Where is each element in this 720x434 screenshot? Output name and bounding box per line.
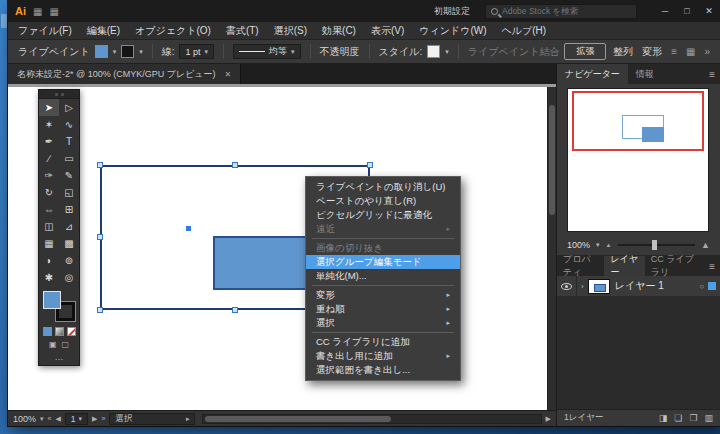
last-artboard-icon[interactable]: » xyxy=(101,415,105,422)
brush-definition-dropdown[interactable]: 均等 ▾ xyxy=(233,44,301,59)
expand-button[interactable]: 拡張 xyxy=(564,43,606,60)
lasso-tool[interactable]: ∿ xyxy=(59,116,79,133)
arrange-documents-icon[interactable]: ▦ xyxy=(33,6,42,17)
menu-effect[interactable]: 効果(C) xyxy=(322,24,356,38)
horizontal-scrollbar-thumb[interactable] xyxy=(205,416,390,422)
rectangle-tool[interactable]: ▭ xyxy=(59,150,79,167)
document-tab[interactable]: 名称未設定-2* @ 100% (CMYK/GPU プレビュー) ✕ xyxy=(8,64,241,84)
document-close-icon[interactable]: ✕ xyxy=(225,70,232,79)
tab-properties[interactable]: プロパティ xyxy=(557,256,604,276)
selection-tool[interactable]: ➤ xyxy=(39,99,59,116)
search-input[interactable] xyxy=(502,6,631,16)
selection-handle[interactable] xyxy=(232,162,238,168)
transform-button[interactable]: 変形 xyxy=(642,45,662,59)
navigator-zoom-slider[interactable] xyxy=(618,244,696,246)
graphic-style-swatch[interactable] xyxy=(427,45,440,58)
scroll-right-icon[interactable]: ▶ xyxy=(546,415,551,423)
visibility-cell[interactable] xyxy=(557,276,577,296)
new-sublayer-icon[interactable]: ❏ xyxy=(674,413,682,423)
direct-selection-tool[interactable]: ▷ xyxy=(59,99,79,116)
zoom-caret-icon[interactable]: ▾ xyxy=(40,415,44,423)
selection-handle[interactable] xyxy=(97,162,103,168)
zoom-tool[interactable]: ◎ xyxy=(59,269,79,286)
first-artboard-icon[interactable]: « xyxy=(48,415,52,422)
navigator-preview[interactable] xyxy=(567,88,709,232)
menu-object[interactable]: オブジェクト(O) xyxy=(135,24,211,38)
zoom-out-mountain-icon[interactable]: ▲ xyxy=(606,242,612,248)
selection-handle[interactable] xyxy=(97,307,103,313)
none-button[interactable] xyxy=(67,327,76,336)
canvas[interactable]: ➤ ▷ ✶ ∿ ✒ T ∕ ▭ ✑ ✎ ↻ ◱ ⇔ ⊞ ◫ xyxy=(8,84,556,410)
type-tool[interactable]: T xyxy=(59,133,79,150)
layer-name[interactable]: レイヤー 1 xyxy=(615,279,664,293)
navigator-zoom-caret-icon[interactable]: ▾ xyxy=(596,241,600,249)
document-layout-icon[interactable]: ▦ xyxy=(49,6,58,17)
stock-search[interactable] xyxy=(485,4,637,19)
stroke-weight-caret-icon[interactable]: ▾ xyxy=(204,48,208,56)
rotate-tool[interactable]: ↻ xyxy=(39,184,59,201)
menu-edit[interactable]: 編集(E) xyxy=(87,24,120,38)
zoom-in-mountain-icon[interactable]: ▲ xyxy=(701,240,710,250)
menu-type[interactable]: 書式(T) xyxy=(226,24,259,38)
free-transform-tool[interactable]: ⊞ xyxy=(59,201,79,218)
context-menu-item-arrange[interactable]: 重ね順▸ xyxy=(306,302,460,316)
panel-options-icon[interactable]: ≡ xyxy=(671,46,677,57)
selection-handle[interactable] xyxy=(367,162,373,168)
screen-mode-icon[interactable]: ▢ xyxy=(62,340,70,349)
menu-help[interactable]: ヘルプ(H) xyxy=(502,24,547,38)
eyedropper-tool[interactable]: ◗ xyxy=(39,252,59,269)
color-button[interactable] xyxy=(43,327,52,336)
new-layer-icon[interactable]: ❐ xyxy=(689,413,697,423)
close-button[interactable]: ✕ xyxy=(698,0,720,22)
brush-caret-icon[interactable]: ▾ xyxy=(291,48,295,56)
context-menu-item-undo-livepaint[interactable]: ライブペイントの取り消し(U) xyxy=(306,180,460,194)
drawing-mode-icon[interactable]: ▣ xyxy=(49,340,57,349)
vertical-scrollbar-thumb[interactable] xyxy=(549,105,555,215)
edit-toolbar-ellipsis[interactable]: … xyxy=(39,351,79,365)
fill-color-swatch[interactable] xyxy=(95,45,108,58)
desktop-icon[interactable] xyxy=(1,14,7,28)
context-menu-item-transform[interactable]: 変形▸ xyxy=(306,288,460,302)
delete-layer-icon[interactable]: ▥ xyxy=(704,413,713,423)
target-circle-icon[interactable]: ○ xyxy=(699,282,704,291)
width-tool[interactable]: ⇔ xyxy=(39,201,59,218)
context-menu-item-select[interactable]: 選択▸ xyxy=(306,316,460,330)
paintbrush-tool[interactable]: ✑ xyxy=(39,167,59,184)
navigator-panel-menu-icon[interactable]: ≡ xyxy=(704,64,720,84)
layer-row[interactable]: › レイヤー 1 ○ xyxy=(557,276,720,297)
context-menu-item-align-pixel-grid[interactable]: ピクセルグリッドに最適化 xyxy=(306,208,460,222)
gradient-button[interactable] xyxy=(55,327,64,336)
context-menu-item-add-to-cc-libraries[interactable]: CC ライブラリに追加 xyxy=(306,335,460,349)
context-menu-item-simplify[interactable]: 単純化(M)... xyxy=(306,269,460,283)
menu-window[interactable]: ウィンドウ(W) xyxy=(419,24,486,38)
selection-handle[interactable] xyxy=(232,307,238,313)
vertical-scrollbar[interactable] xyxy=(547,87,556,410)
layer-expand-icon[interactable]: › xyxy=(577,282,588,291)
stroke-caret-icon[interactable]: ▾ xyxy=(139,48,143,56)
stroke-color-swatch[interactable] xyxy=(121,45,134,58)
workspace-switcher[interactable]: 初期設定 xyxy=(426,5,478,18)
perspective-grid-tool[interactable]: ⊿ xyxy=(59,218,79,235)
fill-proxy-swatch[interactable] xyxy=(43,291,61,309)
fill-caret-icon[interactable]: ▾ xyxy=(113,48,117,56)
tab-layers[interactable]: レイヤー xyxy=(604,256,644,276)
filled-rectangle[interactable] xyxy=(213,236,310,290)
line-segment-tool[interactable]: ∕ xyxy=(39,150,59,167)
next-artboard-icon[interactable]: ▶ xyxy=(92,415,97,423)
center-point-marker[interactable] xyxy=(186,226,191,231)
app-logo[interactable]: Ai xyxy=(15,5,26,17)
artboard-number-field[interactable]: 1 ▾ xyxy=(65,413,88,425)
previous-artboard-icon[interactable]: ◀ xyxy=(55,415,60,423)
style-caret-icon[interactable]: ▾ xyxy=(445,48,449,56)
tools-panel-header[interactable] xyxy=(39,90,79,99)
menu-view[interactable]: 表示(V) xyxy=(371,24,404,38)
context-menu-item-export-selection[interactable]: 選択範囲を書き出し... xyxy=(306,363,460,377)
status-display-field[interactable]: 選択 ▸ xyxy=(109,413,195,425)
stroke-weight-field[interactable]: 1 pt ▾ xyxy=(179,44,214,59)
minimize-button[interactable]: ─ xyxy=(654,0,676,22)
gradient-tool[interactable]: ▩ xyxy=(59,235,79,252)
tab-cc-libraries[interactable]: CC ライブラリ xyxy=(645,256,704,276)
opacity-label[interactable]: 不透明度 xyxy=(320,45,360,59)
maximize-button[interactable]: □ xyxy=(676,0,698,22)
pen-tool[interactable]: ✒ xyxy=(39,133,59,150)
